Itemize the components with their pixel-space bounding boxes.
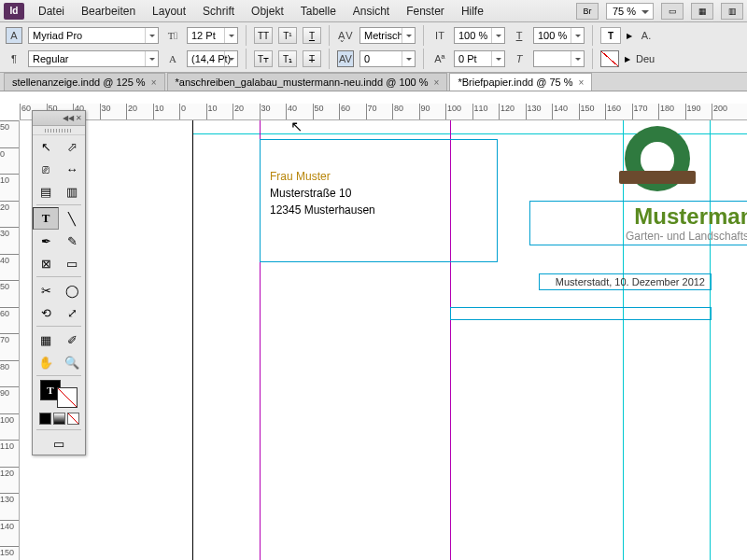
- smallcaps-button[interactable]: Tᴛ: [254, 50, 273, 67]
- menu-layout[interactable]: Layout: [144, 5, 194, 18]
- rectangle-frame-tool[interactable]: ⊠: [33, 252, 59, 274]
- menu-object[interactable]: Objekt: [243, 5, 292, 18]
- kerning-select[interactable]: Metrisch: [359, 27, 416, 44]
- pencil-tool[interactable]: ✎: [59, 230, 85, 252]
- line-tool[interactable]: ╲: [59, 207, 85, 230]
- language-label: Deu: [636, 53, 655, 64]
- menu-type[interactable]: Schrift: [194, 5, 243, 18]
- pasteboard[interactable]: Frau Muster Musterstraße 10 12345 Muster…: [20, 120, 747, 560]
- gap-tool[interactable]: ↔: [59, 158, 85, 180]
- leading-select[interactable]: (14,4 Pt): [187, 50, 238, 67]
- skew-select[interactable]: [533, 50, 585, 67]
- tab-stellenanzeige[interactable]: stellenanzeige.indd @ 125 %×: [4, 73, 165, 91]
- logo-frame[interactable]: [625, 126, 690, 191]
- subscript-button[interactable]: T₁: [278, 50, 297, 67]
- vscale-select[interactable]: 100 %: [454, 27, 505, 44]
- panel-collapse-icon[interactable]: ◀◀ ✕: [33, 111, 85, 126]
- font-size-select[interactable]: 12 Pt: [187, 27, 238, 44]
- zoom-tool[interactable]: 🔍: [59, 351, 85, 373]
- cursor-icon: ↖: [290, 118, 303, 135]
- char-mode-icon[interactable]: A: [6, 27, 22, 44]
- content-collector-tool[interactable]: ▤: [33, 180, 59, 203]
- menu-table[interactable]: Tabelle: [292, 5, 345, 18]
- selection-tool[interactable]: ↖: [33, 135, 59, 158]
- tracking-select[interactable]: 0: [359, 50, 416, 67]
- company-frame[interactable]: Mustermann Garten- und Landschaftsbau: [529, 201, 747, 245]
- company-sub: Garten- und Landschaftsbau: [534, 230, 747, 243]
- zoom-level-select[interactable]: 75 %: [606, 3, 654, 20]
- app-logo-icon: Id: [4, 3, 24, 20]
- rectangle-tool[interactable]: ▭: [59, 252, 85, 274]
- screen-mode-button[interactable]: ▭: [661, 3, 684, 20]
- apply-color-button[interactable]: [39, 413, 51, 425]
- hscale-select[interactable]: 100 %: [533, 27, 585, 44]
- company-name: Mustermann: [534, 203, 747, 230]
- scissors-tool[interactable]: ✂: [33, 279, 59, 301]
- vscale-icon: IT: [431, 27, 448, 44]
- skew-icon: T: [511, 50, 528, 67]
- view-options-button[interactable]: ▥: [721, 3, 743, 20]
- leading-icon: A͏: [164, 50, 181, 67]
- address-text: Frau Muster Musterstraße 10 12345 Muster…: [261, 140, 497, 228]
- type-tool[interactable]: T: [33, 207, 59, 230]
- direct-selection-tool[interactable]: ⬀: [59, 135, 85, 158]
- close-icon[interactable]: ×: [151, 77, 157, 88]
- arrange-button[interactable]: ▦: [691, 3, 713, 20]
- hscale-icon: T: [511, 27, 528, 44]
- panel-grip[interactable]: [33, 126, 85, 135]
- date-text: Musterstadt, 10. Dezember 2012: [540, 274, 711, 289]
- vertical-ruler[interactable]: 5001020304050607080901001101201301401501…: [0, 120, 20, 560]
- horizontal-ruler[interactable]: 6050403020100102030405060708090100110120…: [20, 104, 747, 120]
- rotate-tool[interactable]: ⟲: [33, 301, 59, 324]
- tracking-icon: AV: [337, 50, 354, 67]
- menu-window[interactable]: Fenster: [398, 5, 453, 18]
- street: Musterstraße 10: [270, 185, 487, 202]
- menu-edit[interactable]: Bearbeiten: [73, 5, 144, 18]
- control-panel: A Myriad Pro T͕ 12 Pt TT T¹ T A̬V Metris…: [0, 22, 747, 73]
- address-text-frame[interactable]: Frau Muster Musterstraße 10 12345 Muster…: [260, 139, 498, 262]
- fill-swatch[interactable]: T: [600, 27, 621, 44]
- underline-button[interactable]: T: [303, 27, 321, 44]
- bridge-button[interactable]: Br: [576, 3, 599, 20]
- view-mode-button[interactable]: ▭: [33, 432, 85, 455]
- menubar: Id Datei Bearbeiten Layout Schrift Objek…: [0, 0, 747, 22]
- pen-tool[interactable]: ✒: [33, 230, 59, 252]
- menu-help[interactable]: Hilfe: [453, 5, 492, 18]
- workspace: 6050403020100102030405060708090100110120…: [0, 104, 747, 560]
- free-transform-tool[interactable]: ◯: [59, 279, 85, 301]
- menu-view[interactable]: Ansicht: [345, 5, 398, 18]
- page[interactable]: Frau Muster Musterstraße 10 12345 Muster…: [192, 120, 747, 560]
- hand-tool[interactable]: ✋: [33, 351, 59, 373]
- eyedropper-tool[interactable]: ✐: [59, 329, 85, 351]
- document-tabs: stellenanzeige.indd @ 125 %× *anschreibe…: [0, 73, 747, 91]
- tools-panel[interactable]: ◀◀ ✕ ↖ ⬀ ⎚ ↔ ▤ ▥ T ╲ ✒ ✎ ⊠ ▭ ✂ ◯ ⟲ ⤢ ▦ ✐…: [32, 110, 86, 455]
- font-size-icon: T͕: [164, 27, 181, 44]
- char-style-icon: A.: [638, 27, 655, 44]
- font-style-select[interactable]: Regular: [28, 50, 159, 67]
- date-frame[interactable]: Musterstadt, 10. Dezember 2012: [539, 273, 712, 290]
- scale-tool[interactable]: ⤢: [59, 301, 85, 324]
- menu-file[interactable]: Datei: [30, 5, 73, 18]
- strikethrough-button[interactable]: T: [303, 50, 321, 67]
- close-icon[interactable]: ×: [434, 77, 440, 88]
- apply-gradient-button[interactable]: [53, 413, 65, 425]
- baseline-select[interactable]: 0 Pt: [454, 50, 505, 67]
- body-frame[interactable]: [450, 307, 712, 320]
- allcaps-button[interactable]: TT: [254, 27, 273, 44]
- fill-stroke-proxy[interactable]: T: [33, 378, 85, 410]
- tab-anschreiben[interactable]: *anschreiben_galabau_mustermann-neu.indd…: [167, 73, 448, 91]
- content-placer-tool[interactable]: ▥: [59, 180, 85, 203]
- apply-none-button[interactable]: [67, 413, 79, 425]
- zoom-value: 75 %: [613, 6, 636, 17]
- font-family-select[interactable]: Myriad Pro: [28, 27, 159, 44]
- baseline-icon: Aª: [431, 50, 448, 67]
- city: 12345 Musterhausen: [270, 202, 487, 218]
- para-mode-icon[interactable]: ¶: [6, 50, 22, 67]
- superscript-button[interactable]: T¹: [278, 27, 297, 44]
- gradient-swatch-tool[interactable]: ▦: [33, 329, 59, 351]
- tab-briefpapier[interactable]: *Briefpapier.indd @ 75 %×: [449, 73, 592, 91]
- page-tool[interactable]: ⎚: [33, 158, 59, 180]
- close-icon[interactable]: ×: [579, 77, 585, 88]
- stroke-swatch[interactable]: [600, 50, 619, 67]
- logo-icon: [625, 126, 690, 191]
